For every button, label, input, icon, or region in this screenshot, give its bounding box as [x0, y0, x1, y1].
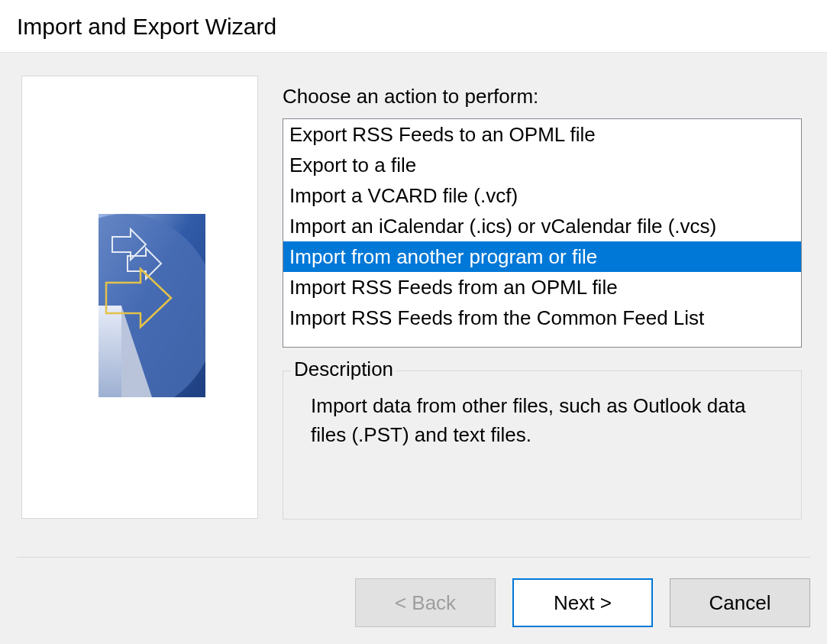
action-list-item[interactable]: Import a VCARD file (.vcf) — [283, 180, 801, 211]
description-text: Import data from other files, such as Ou… — [283, 371, 801, 449]
action-list-item[interactable]: Export RSS Feeds to an OPML file — [283, 119, 801, 150]
action-listbox[interactable]: Export RSS Feeds to an OPML fileExport t… — [283, 118, 802, 348]
client-area: Choose an action to perform: Export RSS … — [0, 52, 827, 644]
instruction-label: Choose an action to perform: — [283, 85, 538, 108]
window-title: Import and Export Wizard — [17, 14, 827, 40]
wizard-arrow-graphic-icon — [99, 214, 205, 397]
cancel-button[interactable]: Cancel — [670, 578, 810, 627]
button-row: < Back Next > Cancel — [355, 578, 810, 627]
description-legend: Description — [291, 358, 396, 381]
button-separator — [17, 557, 810, 558]
next-button[interactable]: Next > — [512, 578, 653, 627]
action-list-item[interactable]: Import RSS Feeds from an OPML file — [283, 272, 801, 303]
description-group: Description Import data from other files… — [283, 371, 802, 519]
svg-marker-2 — [99, 306, 121, 397]
action-list-item[interactable]: Import from another program or file — [283, 241, 801, 272]
wizard-window: Import and Export Wizard — [0, 0, 827, 644]
wizard-image-frame — [21, 76, 258, 519]
action-list-item[interactable]: Import RSS Feeds from the Common Feed Li… — [283, 303, 801, 333]
action-list-item[interactable]: Export to a file — [283, 150, 801, 180]
action-list-item[interactable]: Import an iCalendar (.ics) or vCalendar … — [283, 211, 801, 241]
back-button[interactable]: < Back — [355, 578, 496, 627]
titlebar: Import and Export Wizard — [0, 0, 827, 52]
